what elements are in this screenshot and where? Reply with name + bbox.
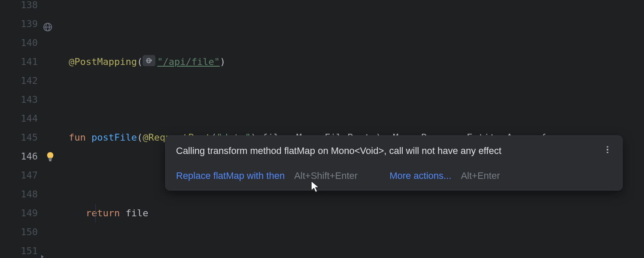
line-number: 147 bbox=[0, 166, 38, 185]
fold-toggle-icon[interactable] bbox=[39, 247, 46, 253]
line-number: 150 bbox=[0, 223, 38, 242]
line-number: 145 bbox=[0, 128, 38, 147]
tooltip-menu-icon[interactable] bbox=[603, 144, 612, 153]
line-number: 140 bbox=[0, 34, 38, 52]
gutter: 138 139 140 141 142 143 144 145 146 147 … bbox=[0, 0, 47, 258]
url-navigate-icon[interactable] bbox=[143, 55, 155, 66]
line-number: 138 bbox=[0, 0, 38, 15]
line-number: 148 bbox=[0, 185, 38, 204]
line-number: 139 bbox=[0, 15, 38, 34]
line-number: 146 bbox=[0, 147, 38, 166]
code-editor: 138 139 140 141 142 143 144 145 146 147 … bbox=[0, 0, 644, 258]
line-number: 143 bbox=[0, 90, 38, 109]
annotation: @PostMapping bbox=[69, 56, 137, 67]
shortcut-hint: Alt+Shift+Enter bbox=[294, 169, 358, 182]
code-line[interactable]: return file bbox=[69, 204, 644, 223]
url-path-string[interactable]: "/api/file" bbox=[157, 56, 220, 67]
line-number: 141 bbox=[0, 52, 38, 71]
inspection-tooltip: Calling transform method flatMap on Mono… bbox=[165, 135, 623, 190]
line-number: 142 bbox=[0, 71, 38, 90]
line-number: 151 bbox=[0, 242, 38, 258]
code-area[interactable]: @PostMapping("/api/file") fun postFile(@… bbox=[47, 0, 644, 258]
code-line[interactable]: @PostMapping("/api/file") bbox=[69, 52, 644, 71]
more-actions-link[interactable]: More actions... bbox=[389, 169, 451, 182]
shortcut-hint: Alt+Enter bbox=[461, 169, 500, 182]
inspection-message: Calling transform method flatMap on Mono… bbox=[176, 144, 598, 157]
quick-fix-primary[interactable]: Replace flatMap with then bbox=[176, 169, 285, 182]
line-number: 144 bbox=[0, 109, 38, 128]
line-number: 149 bbox=[0, 204, 38, 223]
